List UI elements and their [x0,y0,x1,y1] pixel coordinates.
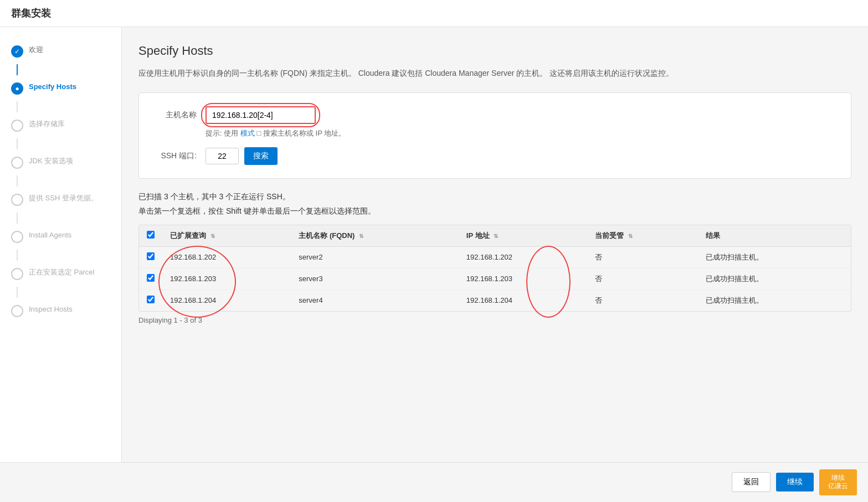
connector-5 [17,213,18,224]
row-checkbox-1[interactable] [147,274,155,282]
step-icon-inspect-hosts [11,305,23,317]
sidebar-label-select-repo: 选择存储库 [29,119,65,129]
cell-current-2: 否 [587,289,698,311]
sidebar-label-inspect-hosts: Inspect Hosts [29,304,73,314]
col-header-current: 当前受管 ⇅ [587,225,698,247]
sidebar-item-welcome[interactable]: ✓ 欢迎 [0,38,121,64]
sort-ip-icon[interactable]: ⇅ [494,233,498,239]
footer-bar: 返回 继续 继续 亿谦云 [0,462,868,501]
sidebar-label-ssh-credentials: 提供 SSH 登录凭据。 [29,193,98,203]
connector-2 [17,101,18,112]
sidebar-item-inspect-hosts[interactable]: Inspect Hosts [0,298,121,324]
connector-3 [17,138,18,149]
col-header-fqdn: 主机名称 (FQDN) ⇅ [291,225,459,247]
search-button[interactable]: 搜索 [244,147,278,165]
connector-1 [17,64,18,75]
col-header-ip: IP 地址 ⇅ [459,225,587,247]
hint-link[interactable]: 模式 [240,129,255,137]
cell-result-1: 已成功扫描主机。 [698,268,851,289]
ssh-port-input[interactable] [206,148,239,164]
cell-fqdn-0: server2 [291,246,459,268]
cell-current-0: 否 [587,246,698,268]
sidebar-item-install-parcel[interactable]: 正在安装选定 Parcel [0,261,121,287]
scan-info: 已扫描 3 个主机，其中 3 个正在运行 SSH。 单击第一个复选框，按住 Sh… [138,190,851,218]
page-description: 应使用主机用于标识自身的同一主机名称 (FQDN) 来指定主机。 Clouder… [138,67,851,79]
hostname-label: 主机名称 [152,110,197,120]
step-icon-jdk-options [11,157,23,169]
sidebar-label-jdk-options: JDK 安装选项 [29,156,73,166]
cell-expanded-2: 192.168.1.204 [162,289,291,311]
table-row: 192.168.1.202 server2 192.168.1.202 否 已成… [139,246,851,268]
sidebar-label-install-agents: Install Agents [29,230,71,240]
cell-expanded-1: 192.168.1.203 [162,268,291,289]
scan-line1: 已扫描 3 个主机，其中 3 个正在运行 SSH。 [138,190,851,204]
content-area: Specify Hosts 应使用主机用于标识自身的同一主机名称 (FQDN) … [122,27,868,501]
sidebar-label-welcome: 欢迎 [29,45,43,55]
row-checkbox-2[interactable] [147,296,155,303]
sidebar: ✓ 欢迎 ● Specify Hosts 选择存储库 JDK 安装选项 提供 S… [0,27,122,501]
ssh-port-label: SSH 端口: [152,151,197,161]
page-title: Specify Hosts [138,44,851,58]
cell-result-2: 已成功扫描主机。 [698,289,851,311]
step-icon-ssh-credentials [11,194,23,206]
sort-fqdn-icon[interactable]: ⇅ [359,233,363,239]
sidebar-item-select-repo[interactable]: 选择存储库 [0,112,121,138]
step-icon-install-parcel [11,268,23,280]
step-icon-welcome: ✓ [11,45,23,58]
brand-line2: 亿谦云 [828,482,848,491]
col-header-result: 结果 [698,225,851,247]
displaying-info: Displaying 1 - 3 of 3 [138,316,851,324]
hostname-input[interactable] [206,106,316,124]
hint-text: 提示: 使用 模式 □ 搜索主机名称或 IP 地址。 [206,128,838,138]
sort-current-icon[interactable]: ⇅ [628,233,633,239]
scan-line2: 单击第一个复选框，按住 Shift 键并单击最后一个复选框以选择范围。 [138,204,851,218]
cell-expanded-0: 192.168.1.202 [162,246,291,268]
sort-expanded-icon[interactable]: ⇅ [210,233,215,239]
sidebar-item-jdk-options[interactable]: JDK 安装选项 [0,149,121,175]
table-wrapper: 已扩展查询 ⇅ 主机名称 (FQDN) ⇅ IP 地址 ⇅ [138,225,851,324]
form-section: 主机名称 提示: 使用 模式 □ 搜索主机名称或 IP 地址。 SSH 端口: … [138,92,851,179]
cell-ip-0: 192.168.1.202 [459,246,587,268]
connector-4 [17,175,18,187]
sidebar-item-install-agents[interactable]: Install Agents [0,224,121,250]
step-icon-select-repo [11,120,23,132]
cell-current-1: 否 [587,268,698,289]
hint-suffix-text: 搜索主机名称或 IP 地址。 [263,129,346,137]
step-icon-specify-hosts: ● [11,82,23,95]
hint-suffix: □ [256,129,261,137]
brand-button[interactable]: 继续 亿谦云 [819,469,857,495]
table-row: 192.168.1.204 server4 192.168.1.204 否 已成… [139,289,851,311]
sidebar-label-specify-hosts: Specify Hosts [29,82,76,92]
cell-ip-1: 192.168.1.203 [459,268,587,289]
sidebar-label-install-parcel: 正在安装选定 Parcel [29,267,94,277]
back-button[interactable]: 返回 [732,472,771,492]
connector-6 [17,250,18,261]
sidebar-item-specify-hosts[interactable]: ● Specify Hosts [0,75,121,101]
cell-ip-2: 192.168.1.204 [459,289,587,311]
col-header-expanded: 已扩展查询 ⇅ [162,225,291,247]
cell-result-0: 已成功扫描主机。 [698,246,851,268]
col-header-checkbox [139,225,162,247]
connector-7 [17,287,18,298]
app-header: 群集安装 [0,0,868,27]
cell-fqdn-1: server3 [291,268,459,289]
select-all-checkbox[interactable] [147,231,155,239]
app-title: 群集安装 [11,8,51,19]
row-checkbox-0[interactable] [147,252,155,260]
table-row: 192.168.1.203 server3 192.168.1.203 否 已成… [139,268,851,289]
sidebar-item-ssh-credentials[interactable]: 提供 SSH 登录凭据。 [0,187,121,213]
continue-button[interactable]: 继续 [776,473,814,491]
brand-line1: 继续 [828,474,848,483]
step-icon-install-agents [11,231,23,243]
cell-fqdn-2: server4 [291,289,459,311]
